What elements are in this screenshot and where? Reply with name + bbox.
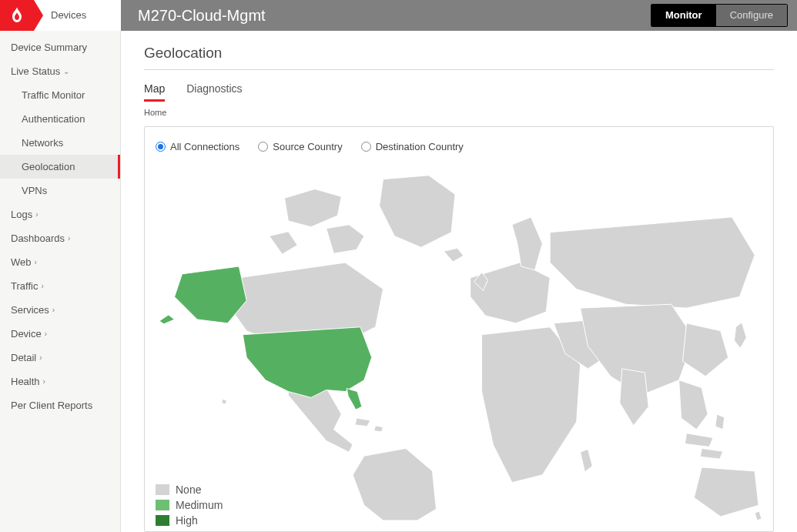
legend-none: None xyxy=(156,482,223,497)
breadcrumb[interactable]: Home xyxy=(144,108,774,117)
main-content: Geolocation Map Diagnostics Home All Con… xyxy=(121,31,797,532)
sidebar-item-detail[interactable]: Detail› xyxy=(0,346,120,370)
radio-icon xyxy=(361,142,371,152)
filter-label: Destination Country xyxy=(376,141,464,152)
chevron-right-icon: › xyxy=(35,210,38,219)
chevron-right-icon: › xyxy=(52,306,55,314)
header-toggle: Monitor Configure xyxy=(651,4,788,27)
connection-filter-row: All Connections Source Country Destinati… xyxy=(156,141,762,152)
legend-label: None xyxy=(176,482,201,497)
filter-all-connections[interactable]: All Connections xyxy=(156,141,239,152)
sidebar-label: Per Client Reports xyxy=(11,400,92,411)
page-title: Geolocation xyxy=(144,45,774,70)
configure-button[interactable]: Configure xyxy=(716,5,787,26)
sidebar-item-logs[interactable]: Logs› xyxy=(0,202,120,226)
sidebar-item-geolocation[interactable]: Geolocation xyxy=(0,155,120,179)
sidebar-label: Health xyxy=(11,376,40,387)
sidebar-item-traffic[interactable]: Traffic› xyxy=(0,274,120,298)
sidebar-item-networks[interactable]: Networks xyxy=(0,131,120,155)
sidebar-label: Services xyxy=(11,304,49,316)
chevron-right-icon: › xyxy=(43,377,45,386)
tab-diagnostics[interactable]: Diagnostics xyxy=(186,82,242,102)
section-label[interactable]: Devices xyxy=(34,0,121,31)
sidebar-item-per-client-reports[interactable]: Per Client Reports xyxy=(0,393,120,417)
brand-flame-tag[interactable] xyxy=(0,0,34,31)
flame-arrow-icon xyxy=(34,0,43,31)
sidebar-label: Live Status xyxy=(11,65,60,77)
tab-bar: Map Diagnostics xyxy=(144,82,774,102)
world-map[interactable] xyxy=(156,164,762,531)
legend-label: High xyxy=(176,513,198,528)
legend-swatch-high xyxy=(156,515,169,526)
map-legend: None Medimum High xyxy=(156,482,223,528)
device-title: M270-Cloud-Mgmt xyxy=(121,7,651,25)
sidebar-label: Device Summary xyxy=(11,42,87,53)
filter-destination-country[interactable]: Destination Country xyxy=(361,141,464,152)
sidebar-item-services[interactable]: Services› xyxy=(0,298,120,322)
sidebar-label: Traffic xyxy=(11,280,38,292)
sidebar-item-dashboards[interactable]: Dashboards› xyxy=(0,226,120,250)
filter-label: Source Country xyxy=(273,141,342,152)
tab-map[interactable]: Map xyxy=(144,82,165,102)
legend-swatch-medium xyxy=(156,500,169,510)
logo-block: Devices xyxy=(0,0,121,31)
sidebar-item-authentication[interactable]: Authentication xyxy=(0,107,120,131)
sidebar-item-live-status[interactable]: Live Status⌄ xyxy=(0,59,120,83)
sidebar-label: Logs xyxy=(11,209,32,220)
chevron-right-icon: › xyxy=(45,330,47,338)
top-header: Devices M270-Cloud-Mgmt Monitor Configur… xyxy=(0,0,797,31)
filter-source-country[interactable]: Source Country xyxy=(258,141,342,152)
flame-icon xyxy=(10,7,24,24)
chevron-right-icon: › xyxy=(68,234,70,243)
sidebar-item-vpns[interactable]: VPNs xyxy=(0,179,120,202)
sidebar-item-health[interactable]: Health› xyxy=(0,370,120,393)
legend-high: High xyxy=(156,513,223,528)
sidebar-item-web[interactable]: Web› xyxy=(0,250,120,274)
map-panel: All Connections Source Country Destinati… xyxy=(144,126,774,532)
monitor-button[interactable]: Monitor xyxy=(651,5,716,26)
sidebar-label: Device xyxy=(11,328,42,340)
sidebar-item-traffic-monitor[interactable]: Traffic Monitor xyxy=(0,83,120,107)
sidebar-label: Web xyxy=(11,256,32,268)
filter-label: All Connections xyxy=(170,141,239,152)
sidebar-label: Dashboards xyxy=(11,233,65,244)
chevron-down-icon: ⌄ xyxy=(63,67,69,75)
radio-icon xyxy=(156,142,166,152)
chevron-right-icon: › xyxy=(35,258,37,266)
chevron-right-icon: › xyxy=(41,282,43,290)
radio-icon xyxy=(258,142,268,152)
sidebar: Device Summary Live Status⌄ Traffic Moni… xyxy=(0,31,121,532)
legend-medium: Medimum xyxy=(156,497,223,513)
sidebar-item-device-summary[interactable]: Device Summary xyxy=(0,35,120,59)
legend-swatch-none xyxy=(156,484,169,495)
sidebar-item-device[interactable]: Device› xyxy=(0,322,120,346)
chevron-right-icon: › xyxy=(39,353,42,362)
sidebar-label: Detail xyxy=(11,352,36,363)
legend-label: Medimum xyxy=(176,497,223,513)
